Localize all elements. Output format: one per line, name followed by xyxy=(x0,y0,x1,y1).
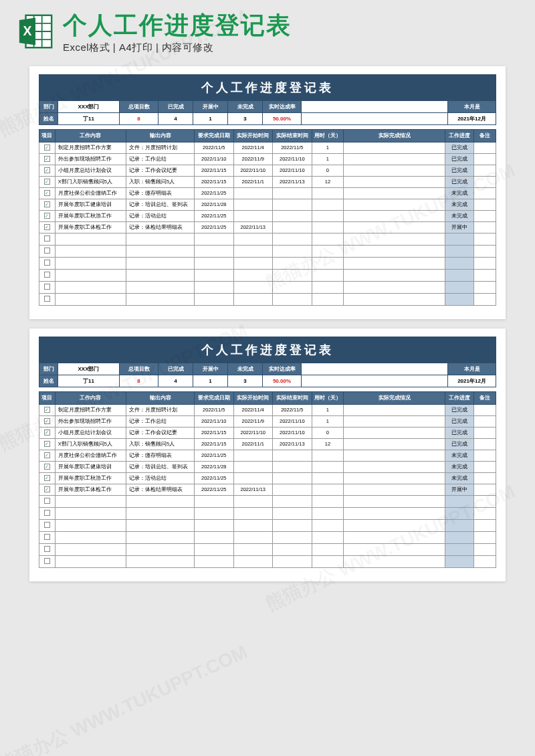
checkbox-cell[interactable]: ✓ xyxy=(39,187,56,199)
table-row xyxy=(39,507,496,519)
checkbox-cell[interactable]: ✓ xyxy=(39,176,56,187)
cell-actual xyxy=(344,415,445,427)
checkbox-cell[interactable]: ✓ xyxy=(39,404,56,415)
cell-actual xyxy=(344,142,445,153)
checkbox-cell[interactable] xyxy=(39,495,56,507)
col-output: 输出内容 xyxy=(126,129,195,142)
cell-status: 已完成 xyxy=(445,142,474,153)
checkbox-cell[interactable]: ✓ xyxy=(39,210,56,221)
cell-start xyxy=(233,281,273,293)
checkbox-cell[interactable] xyxy=(39,543,56,555)
cell-remark xyxy=(474,438,496,450)
col-actual: 实际完成情况 xyxy=(344,391,445,404)
total-value: 8 xyxy=(120,113,158,125)
checkbox-cell[interactable] xyxy=(39,245,56,257)
checkbox-cell[interactable] xyxy=(39,257,56,269)
checkbox-cell[interactable]: ✓ xyxy=(39,427,56,438)
sheet-page: 个人工作进度登记表 部门 XXX部门 总项目数 已完成 开展中 未完成 实时达成… xyxy=(29,328,506,581)
undone-value: 3 xyxy=(228,375,263,387)
checkbox-cell[interactable] xyxy=(39,507,56,519)
checkbox-cell[interactable] xyxy=(39,293,56,305)
cell-remark xyxy=(474,543,496,555)
ongoing-label: 开展中 xyxy=(193,363,228,375)
table-row: ✓开展年度职工秋游工作记录：活动总结2022/11/25未完成 xyxy=(39,472,496,484)
rate-value: 50.00% xyxy=(263,113,302,125)
cell-output: 记录：工作会议纪要 xyxy=(126,427,195,438)
checkbox-cell[interactable]: ✓ xyxy=(39,484,56,495)
cell-content xyxy=(55,281,126,293)
cell-start: 2022/11/9 xyxy=(233,415,273,427)
cell-days: 12 xyxy=(312,438,344,450)
cell-status: 未完成 xyxy=(445,210,474,221)
cell-due: 2022/11/15 xyxy=(194,165,233,176)
ongoing-value: 1 xyxy=(193,375,228,387)
checkbox-cell[interactable] xyxy=(39,233,56,245)
cell-content: 开展年度职工体检工作 xyxy=(55,484,126,495)
cell-content xyxy=(55,245,126,257)
checkbox-cell[interactable] xyxy=(39,555,56,567)
cell-days xyxy=(312,293,344,305)
page-header: X 个人工作进度登记表 Excel格式 | A4打印 | 内容可修改 xyxy=(0,0,535,57)
cell-end: 2022/11/10 xyxy=(273,165,312,176)
checkbox-cell[interactable]: ✓ xyxy=(39,199,56,210)
cell-actual xyxy=(344,484,445,495)
checkbox-cell[interactable]: ✓ xyxy=(39,165,56,176)
checkbox-cell[interactable] xyxy=(39,519,56,531)
cell-output xyxy=(126,531,195,543)
checkbox-cell[interactable]: ✓ xyxy=(39,472,56,484)
rate-value: 50.00% xyxy=(263,375,302,387)
cell-status: 已完成 xyxy=(445,427,474,438)
col-due: 要求完成日期 xyxy=(194,129,233,142)
cell-remark xyxy=(474,269,496,281)
checkbox-cell[interactable]: ✓ xyxy=(39,415,56,427)
cell-status: 已完成 xyxy=(445,415,474,427)
cell-end xyxy=(273,555,312,567)
cell-content xyxy=(55,555,126,567)
cell-days xyxy=(312,187,344,199)
checkbox-cell[interactable]: ✓ xyxy=(39,142,56,153)
table-row xyxy=(39,555,496,567)
cell-status: 未完成 xyxy=(445,472,474,484)
cell-days xyxy=(312,519,344,531)
checkbox-cell[interactable] xyxy=(39,269,56,281)
cell-days xyxy=(312,233,344,245)
done-value: 4 xyxy=(158,375,193,387)
table-row: ✓制定月度招聘工作方案文件：月度招聘计划2022/11/52022/11/420… xyxy=(39,142,496,153)
checkbox-cell[interactable]: ✓ xyxy=(39,221,56,233)
cell-content: 开展年度职工健康培训 xyxy=(55,199,126,210)
checkbox-cell[interactable]: ✓ xyxy=(39,450,56,461)
cell-days xyxy=(312,495,344,507)
name-label: 姓名 xyxy=(39,375,58,387)
cell-start xyxy=(233,293,273,305)
checkbox-cell[interactable]: ✓ xyxy=(39,153,56,165)
checkbox-cell[interactable] xyxy=(39,531,56,543)
cell-due xyxy=(194,245,233,257)
cell-due: 2022/11/25 xyxy=(194,472,233,484)
cell-end xyxy=(273,472,312,484)
checkbox-cell[interactable] xyxy=(39,281,56,293)
cell-due: 2022/11/10 xyxy=(194,415,233,427)
cell-start xyxy=(233,472,273,484)
cell-due: 2022/11/25 xyxy=(194,187,233,199)
cell-due: 2022/11/25 xyxy=(194,221,233,233)
cell-due: 2022/11/5 xyxy=(194,404,233,415)
col-output: 输出内容 xyxy=(126,391,195,404)
cell-content: 制定月度招聘工作方案 xyxy=(55,404,126,415)
checkbox-cell[interactable]: ✓ xyxy=(39,461,56,472)
total-label: 总项目数 xyxy=(120,363,158,375)
cell-end xyxy=(273,507,312,519)
table-row xyxy=(39,245,496,257)
cell-actual xyxy=(344,257,445,269)
cell-start: 2022/11/13 xyxy=(233,484,273,495)
page-subtitle: Excel格式 | A4打印 | 内容可修改 xyxy=(63,41,519,54)
cell-actual xyxy=(344,281,445,293)
cell-output xyxy=(126,281,195,293)
cell-remark xyxy=(474,519,496,531)
cell-remark xyxy=(474,450,496,461)
cell-content: X部门入职销售顾问5人 xyxy=(55,176,126,187)
cell-content: 外出参加现场招聘工作 xyxy=(55,415,126,427)
name-value: 丁11 xyxy=(58,375,120,387)
table-body: ✓制定月度招聘工作方案文件：月度招聘计划2022/11/52022/11/420… xyxy=(39,142,496,305)
rate-label: 实时达成率 xyxy=(263,101,302,113)
checkbox-cell[interactable]: ✓ xyxy=(39,438,56,450)
